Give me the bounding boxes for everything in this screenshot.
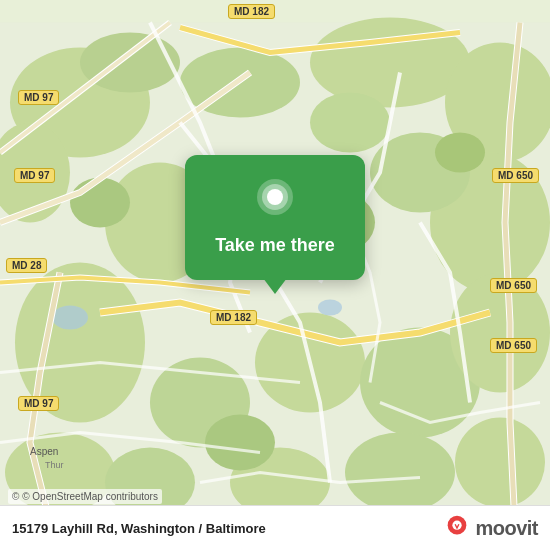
moovit-text: moovit bbox=[475, 517, 538, 540]
svg-point-20 bbox=[455, 418, 545, 508]
address-section: 15179 Layhill Rd, Washington / Baltimore bbox=[12, 521, 266, 536]
road-badge-md97-left2: MD 97 bbox=[14, 168, 55, 183]
svg-point-25 bbox=[52, 306, 88, 330]
copyright-symbol: © bbox=[12, 491, 19, 502]
road-badge-md182-mid: MD 182 bbox=[210, 310, 257, 325]
road-badge-md97-left1: MD 97 bbox=[18, 90, 59, 105]
map-attribution: © © OpenStreetMap contributors bbox=[8, 489, 162, 504]
road-badge-md650-right2: MD 650 bbox=[490, 278, 537, 293]
road-badge-md28: MD 28 bbox=[6, 258, 47, 273]
address-text: 15179 Layhill Rd, Washington / Baltimore bbox=[12, 521, 266, 536]
road-badge-md182-top: MD 182 bbox=[228, 4, 275, 19]
moovit-icon bbox=[443, 514, 471, 542]
map-container: Aspen Thur MD 182 MD 97 MD 97 MD 28 MD 1… bbox=[0, 0, 550, 550]
svg-point-9 bbox=[310, 93, 390, 153]
take-me-there-label: Take me there bbox=[215, 235, 335, 256]
road-badge-md650-right3: MD 650 bbox=[490, 338, 537, 353]
road-badge-md650-right1: MD 650 bbox=[492, 168, 539, 183]
svg-point-19 bbox=[345, 433, 455, 513]
svg-text:Aspen: Aspen bbox=[30, 446, 58, 457]
moovit-logo: moovit bbox=[443, 514, 538, 542]
svg-point-24 bbox=[205, 415, 275, 471]
svg-point-26 bbox=[318, 300, 342, 316]
svg-point-21 bbox=[70, 178, 130, 228]
popup-card[interactable]: Take me there bbox=[185, 155, 365, 280]
attribution-text: © OpenStreetMap contributors bbox=[22, 491, 158, 502]
bottom-bar: 15179 Layhill Rd, Washington / Baltimore… bbox=[0, 505, 550, 550]
road-badge-md97-bot: MD 97 bbox=[18, 396, 59, 411]
svg-point-23 bbox=[435, 133, 485, 173]
svg-text:Thur: Thur bbox=[45, 460, 64, 470]
svg-point-33 bbox=[267, 189, 283, 205]
popup-tail bbox=[263, 278, 287, 294]
location-pin-icon bbox=[251, 177, 299, 225]
